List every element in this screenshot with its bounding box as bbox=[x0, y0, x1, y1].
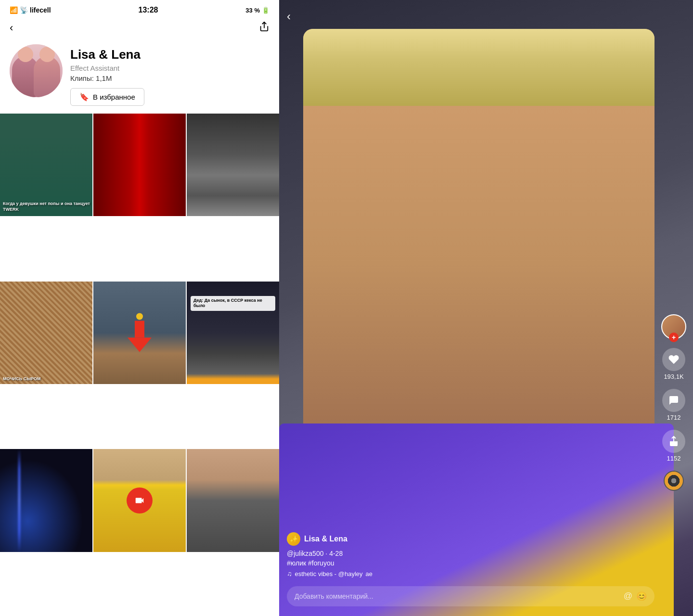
video-user-name: Lisa & Lena bbox=[304, 535, 347, 543]
right-actions: + 193,1K 1712 bbox=[661, 314, 686, 491]
red-arrow bbox=[128, 313, 152, 352]
signal-icon: 📶 bbox=[10, 6, 18, 14]
avatar bbox=[10, 44, 63, 97]
nav-bar: ‹ bbox=[0, 18, 279, 39]
right-panel: ‹ + 193,1K 1712 bbox=[279, 0, 693, 616]
effect-icon: ✨ bbox=[287, 532, 300, 546]
video-handle: @julikza500 · 4-28 bbox=[287, 550, 654, 557]
back-button[interactable]: ‹ bbox=[10, 22, 13, 34]
camera-record-button[interactable] bbox=[127, 488, 153, 513]
clip-1[interactable]: Когда у девушки нет попы и она танцует T… bbox=[0, 114, 92, 216]
video-user-row: ✨ Lisa & Lena bbox=[287, 532, 654, 546]
music-disc-button[interactable] bbox=[664, 471, 684, 491]
wifi-icon: 📡 bbox=[20, 6, 28, 14]
creator-avatar: + bbox=[661, 314, 686, 339]
share-action-button[interactable]: 1152 bbox=[662, 430, 685, 462]
like-count: 193,1K bbox=[664, 373, 683, 380]
comment-icons: @ 😊 bbox=[624, 591, 647, 602]
comment-bar[interactable]: Добавить комментарий... @ 😊 bbox=[287, 586, 654, 606]
girl-figure-right bbox=[34, 56, 60, 97]
music-disc-icon bbox=[664, 471, 684, 491]
bookmark-icon: 🔖 bbox=[79, 92, 89, 102]
profile-clips: Клипы: 1,1M bbox=[70, 74, 270, 82]
status-battery: 33 % 🔋 bbox=[245, 7, 270, 14]
right-back-button[interactable]: ‹ bbox=[287, 10, 291, 23]
clip-9[interactable] bbox=[187, 449, 279, 552]
clip-5[interactable] bbox=[93, 282, 186, 384]
video-background bbox=[279, 0, 693, 616]
profile-info: Lisa & Lena Effect Assistant Клипы: 1,1M… bbox=[70, 44, 270, 106]
clip-6[interactable]: Дед: Да сынок, в СССР кекса не было bbox=[187, 282, 279, 384]
clip-1-text: Когда у девушки нет попы и она танцует T… bbox=[3, 201, 92, 212]
music-text: esthetic vibes - @hayley bbox=[295, 570, 363, 578]
status-bar: 📶 📡 lifecell 13:28 33 % 🔋 bbox=[0, 0, 279, 18]
clip-7-bg bbox=[0, 449, 92, 552]
arrow-shaft bbox=[135, 321, 144, 338]
emoji-icon[interactable]: 😊 bbox=[636, 591, 647, 602]
profile-name: Lisa & Lena bbox=[70, 47, 270, 62]
avatar-image bbox=[10, 44, 63, 97]
clip-3[interactable] bbox=[187, 114, 279, 216]
person-hair bbox=[303, 29, 654, 106]
share-icon bbox=[662, 430, 685, 453]
follow-plus-button[interactable]: + bbox=[669, 333, 679, 342]
comment-count: 1712 bbox=[667, 414, 681, 421]
clip-4-bg bbox=[0, 282, 92, 384]
favorite-label: В избранное bbox=[93, 93, 135, 101]
heart-icon bbox=[662, 348, 685, 371]
left-panel: 📶 📡 lifecell 13:28 33 % 🔋 ‹ bbox=[0, 0, 279, 616]
girl-head-right bbox=[39, 47, 55, 62]
favorite-button[interactable]: 🔖 В избранное bbox=[70, 88, 144, 106]
profile-section: Lisa & Lena Effect Assistant Клипы: 1,1M… bbox=[0, 39, 279, 114]
comment-icon bbox=[662, 389, 685, 412]
clip-2[interactable] bbox=[93, 114, 186, 216]
clip-2-bg bbox=[93, 114, 186, 216]
clip-7[interactable] bbox=[0, 449, 92, 552]
music-suffix: ae bbox=[366, 570, 372, 578]
creator-avatar-item[interactable]: + bbox=[661, 314, 686, 339]
clip-8[interactable] bbox=[93, 449, 186, 552]
clip-5-arrow-container bbox=[93, 282, 186, 384]
clip-9-bg bbox=[187, 449, 279, 552]
arrow-dot bbox=[136, 313, 143, 320]
share-button[interactable] bbox=[259, 21, 270, 35]
saber-line bbox=[18, 449, 20, 552]
like-button[interactable]: 193,1K bbox=[662, 348, 685, 380]
comment-input-text[interactable]: Добавить комментарий... bbox=[295, 592, 620, 600]
arrow-head bbox=[128, 338, 152, 352]
status-time: 13:28 bbox=[139, 6, 158, 14]
battery-icon: 🔋 bbox=[262, 7, 270, 14]
clip-6-dialog: Дед: Да сынок, в СССР кекса не было bbox=[191, 296, 275, 311]
clips-grid: Когда у девушки нет попы и она танцует T… bbox=[0, 114, 279, 616]
clip-4[interactable]: МОЧИСЬ СЫРОМ bbox=[0, 282, 92, 384]
clip-4-text: МОЧИСЬ СЫРОМ bbox=[3, 376, 40, 381]
music-note-icon: ♫ bbox=[287, 570, 292, 578]
video-info: ✨ Lisa & Lena @julikza500 · 4-28 #юлик #… bbox=[287, 532, 654, 578]
status-carrier: 📶 📡 lifecell bbox=[10, 6, 51, 14]
comment-button[interactable]: 1712 bbox=[662, 389, 685, 421]
at-icon[interactable]: @ bbox=[624, 591, 632, 602]
share-count: 1152 bbox=[667, 455, 681, 462]
video-tags: #юлик #foruyou bbox=[287, 559, 654, 567]
clip-3-bg bbox=[187, 114, 279, 216]
carrier-text: lifecell bbox=[30, 6, 51, 14]
profile-subtitle: Effect Assistant bbox=[70, 64, 270, 72]
battery-text: 33 % bbox=[245, 7, 260, 14]
girl-head-left bbox=[18, 47, 33, 62]
video-music-row: ♫ esthetic vibes - @hayley ae bbox=[287, 570, 654, 578]
